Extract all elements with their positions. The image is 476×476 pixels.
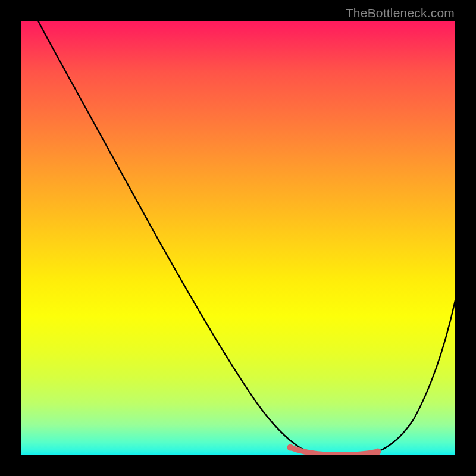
- bottleneck-curve-line: [38, 21, 455, 455]
- curve-svg: [21, 21, 455, 455]
- plot-area: [21, 21, 455, 455]
- watermark-text: TheBottleneck.com: [346, 6, 455, 20]
- highlight-end-dot: [375, 449, 381, 455]
- chart-container: TheBottleneck.com: [0, 0, 476, 476]
